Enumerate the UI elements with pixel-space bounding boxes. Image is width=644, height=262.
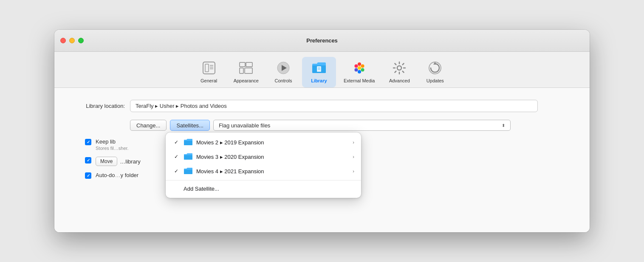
keep-library-subtext: Stores fil…sher. — [96, 146, 129, 151]
svg-rect-5 — [240, 62, 245, 67]
move-inline-button[interactable]: Move — [96, 157, 117, 166]
external-media-icon — [351, 59, 368, 76]
toolbar-label-general: General — [201, 78, 217, 83]
toolbar-label-updates: Updates — [427, 78, 444, 83]
svg-point-20 — [354, 65, 358, 68]
library-location-label: Library location: — [70, 103, 125, 109]
toolbar-label-library: Library — [311, 78, 327, 83]
toolbar-label-external-media: External Media — [344, 78, 375, 83]
add-satellite-item[interactable]: Add Satellite... — [166, 182, 361, 195]
window-title: Preferences — [306, 37, 337, 44]
toolbar-item-appearance[interactable]: Appearance — [228, 57, 265, 87]
svg-line-29 — [395, 71, 396, 73]
satellites-dropdown: ✓ Movies 2 ▸ 2019 Expansion › ✓ Movie — [166, 132, 361, 198]
svg-point-19 — [354, 68, 358, 72]
toolbar-label-advanced: Advanced — [389, 78, 410, 83]
toolbar-item-updates[interactable]: Updates — [418, 57, 452, 87]
updates-icon — [427, 59, 443, 76]
toolbar-label-controls: Controls — [274, 78, 292, 83]
svg-rect-1 — [205, 64, 209, 72]
flag-unavailable-select[interactable]: Flag unavailable files ⬍ — [213, 120, 511, 131]
advanced-icon — [391, 59, 408, 76]
menu-chevron-movies3: › — [353, 154, 354, 159]
maximize-button[interactable] — [78, 38, 84, 43]
folder-icon-movies2 — [184, 138, 193, 146]
svg-rect-0 — [203, 62, 215, 74]
toolbar-item-general[interactable]: General — [192, 57, 226, 87]
move-suffix: …library — [120, 158, 140, 165]
traffic-lights — [60, 38, 84, 43]
general-icon — [201, 59, 217, 76]
close-button[interactable] — [60, 38, 66, 43]
svg-point-17 — [361, 68, 364, 72]
svg-line-26 — [395, 64, 396, 65]
menu-check-movies2: ✓ — [172, 139, 180, 145]
menu-label-movies3: Movies 3 ▸ 2020 Expansion — [196, 154, 349, 160]
svg-rect-7 — [240, 68, 243, 73]
menu-chevron-movies2: › — [353, 140, 354, 145]
library-location-row: Library location: TeraFly ▸ Usher ▸ Phot… — [70, 100, 574, 112]
toolbar-label-appearance: Appearance — [234, 78, 259, 83]
auto-checkbox[interactable] — [85, 172, 91, 179]
library-path-display: TeraFly ▸ Usher ▸ Photos and Videos — [130, 100, 538, 112]
toolbar: General Appearance Control — [54, 52, 590, 88]
menu-check-movies4: ✓ — [172, 168, 180, 174]
toolbar-item-library[interactable]: Library — [302, 57, 336, 87]
toolbar-item-external-media[interactable]: External Media — [338, 57, 381, 87]
menu-item-movies2[interactable]: ✓ Movies 2 ▸ 2019 Expansion › — [166, 135, 361, 149]
move-checkbox[interactable] — [85, 157, 91, 163]
toolbar-item-controls[interactable]: Controls — [266, 57, 300, 87]
minimize-button[interactable] — [69, 38, 75, 43]
toolbar-item-advanced[interactable]: Advanced — [382, 57, 416, 87]
titlebar: Preferences — [54, 30, 590, 52]
menu-label-movies4: Movies 4 ▸ 2021 Expansion — [196, 168, 349, 175]
auto-text: Auto-do…y folder — [96, 172, 138, 178]
satellites-button[interactable]: Satellites... — [170, 120, 210, 131]
svg-point-15 — [358, 62, 361, 66]
menu-check-movies3: ✓ — [172, 154, 180, 160]
folder-icon-movies3 — [184, 153, 193, 161]
svg-rect-8 — [245, 68, 252, 73]
svg-point-21 — [397, 66, 401, 70]
menu-item-movies3[interactable]: ✓ Movies 3 ▸ 2020 Expansion › — [166, 149, 361, 164]
keep-library-text: Keep lib — [96, 138, 129, 145]
controls-icon — [275, 59, 292, 76]
change-button[interactable]: Change... — [130, 120, 167, 131]
svg-point-14 — [358, 66, 361, 70]
appearance-icon — [237, 59, 254, 76]
svg-line-27 — [403, 71, 404, 73]
svg-point-18 — [358, 70, 361, 73]
keep-library-checkbox[interactable] — [85, 139, 91, 145]
buttons-row: Change... Satellites... Flag unavailable… — [130, 120, 574, 131]
flag-unavailable-label: Flag unavailable files — [219, 122, 270, 129]
content-area: Library location: TeraFly ▸ Usher ▸ Phot… — [54, 88, 590, 232]
library-icon — [311, 59, 328, 76]
flag-dropdown-arrow: ⬍ — [502, 123, 505, 128]
svg-rect-6 — [246, 62, 252, 67]
preferences-window: Preferences General — [54, 30, 590, 232]
menu-label-movies2: Movies 2 ▸ 2019 Expansion — [196, 139, 349, 146]
svg-point-16 — [361, 65, 364, 68]
add-satellite-label: Add Satellite... — [184, 186, 219, 192]
menu-item-movies4[interactable]: ✓ Movies 4 ▸ 2021 Expansion › — [166, 164, 361, 178]
folder-icon-movies4 — [184, 167, 193, 175]
menu-chevron-movies4: › — [353, 169, 354, 174]
menu-divider — [166, 180, 361, 180]
svg-line-28 — [403, 64, 404, 65]
